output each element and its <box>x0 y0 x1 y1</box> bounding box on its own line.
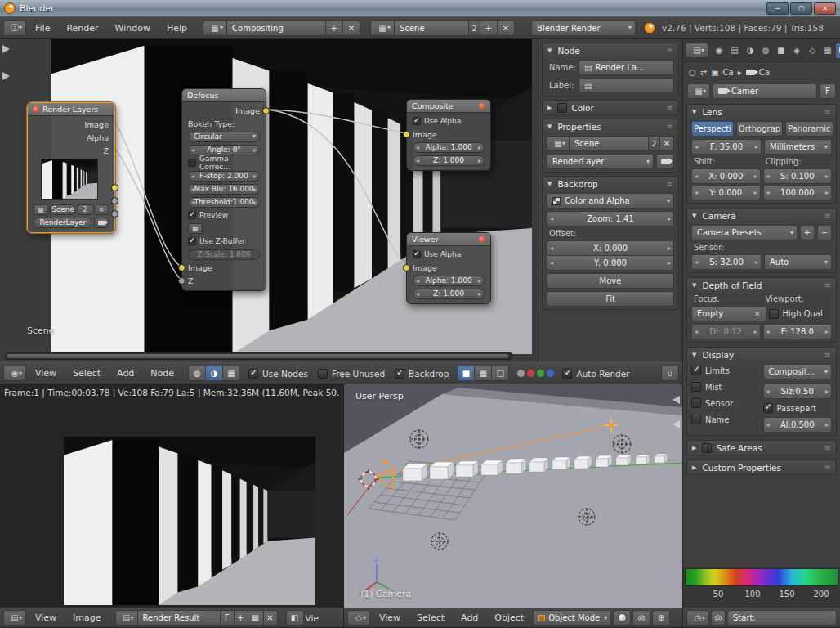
tab-modifiers[interactable]: ◇ <box>805 43 820 58</box>
backdrop-checkbox[interactable]: Backdrop <box>395 369 449 379</box>
tree-type-compositing-button[interactable]: ◑ <box>205 366 223 381</box>
menu-select[interactable]: Select <box>409 608 452 627</box>
clip-start-field[interactable]: S: 0.100 <box>763 168 833 184</box>
zscale-field[interactable]: Z-Scale: 1.000 <box>188 249 260 260</box>
backdrop-zoom-field[interactable]: Zoom: 1.41 <box>547 211 674 227</box>
use-nodes-checkbox[interactable]: Use Nodes <box>248 369 308 379</box>
node-composite[interactable]: Composite Use Alpha Image Alpha: 1.000 Z… <box>406 99 491 171</box>
viewport-3d[interactable]: z y x User Persp (1) Camera ◇ View Selec… <box>343 384 682 628</box>
use-alpha-checkbox[interactable]: Use Alpha <box>413 117 461 125</box>
z-field[interactable]: Z: 1.000 <box>413 289 485 299</box>
menu-help[interactable]: Help <box>159 17 194 38</box>
add-preset-button[interactable]: + <box>800 225 815 240</box>
backdrop-channel-color-alpha-button[interactable]: ▦ <box>474 366 492 381</box>
fstop-field[interactable]: F-stop: 2.000 <box>188 171 260 182</box>
backdrop-offset-x[interactable]: X: 0.000 <box>547 240 674 256</box>
node-header[interactable]: Render Layers <box>28 103 114 116</box>
name-checkbox[interactable]: Name <box>691 415 761 424</box>
menu-render[interactable]: Render <box>59 17 105 38</box>
use-alpha-checkbox[interactable]: Use Alpha <box>413 250 461 258</box>
focal-length-field[interactable]: F: 35.00 <box>691 139 762 155</box>
scene-browse-button[interactable]: ▦ <box>547 136 570 151</box>
editor-type-node-button[interactable]: ◉ <box>3 366 26 381</box>
editor-type-image-button[interactable]: ▤ <box>3 610 26 626</box>
tab-object[interactable]: ■ <box>774 43 789 58</box>
panel-safe-areas-header[interactable]: Safe Areas <box>687 441 836 455</box>
breadcrumb-object[interactable]: Ca <box>723 68 734 77</box>
backdrop-channels-dropdown[interactable]: Color and Alpha <box>547 193 674 209</box>
green-channel-icon[interactable] <box>537 370 544 377</box>
menu-select[interactable]: Select <box>65 363 108 384</box>
threshold-field[interactable]: Threshold:1.000 <box>188 197 260 208</box>
backdrop-channel-color-button[interactable]: ■ <box>457 366 475 381</box>
alpha-field[interactable]: Alpha: 1.000 <box>413 276 485 286</box>
tab-scene[interactable]: ◑ <box>743 43 757 58</box>
mode-dropdown[interactable]: Object Mode <box>533 610 611 626</box>
image-browse-button[interactable]: ▤ <box>115 610 138 626</box>
alpha-field[interactable]: Alpha: 1.000 <box>413 142 485 153</box>
limits-checkbox[interactable]: Limits <box>691 366 761 375</box>
horizontal-scrollbar[interactable] <box>5 352 513 360</box>
gamma-correct-checkbox[interactable]: Gamma Correc... <box>188 155 260 171</box>
node-header[interactable]: Composite <box>407 100 490 113</box>
unlink-image-button[interactable]: ✕ <box>263 610 278 626</box>
preview-checkbox[interactable]: Preview <box>188 211 228 219</box>
node-header[interactable]: Defocus <box>182 89 266 102</box>
scene-field[interactable]: Scene <box>569 136 649 151</box>
scene-browse-button[interactable]: ▦ <box>370 20 395 36</box>
node-viewer[interactable]: Viewer Use Alpha Image Alpha: 1.000 Z: 1… <box>406 232 491 304</box>
tab-render[interactable]: ◉ <box>712 43 726 58</box>
z-field[interactable]: Z: 1.000 <box>413 155 485 166</box>
menu-view[interactable]: View <box>28 363 64 384</box>
add-scene-button[interactable]: + <box>480 20 498 36</box>
add-screen-button[interactable]: + <box>325 20 343 36</box>
viewport-shading-button[interactable] <box>613 610 631 626</box>
menu-view[interactable]: View <box>372 608 408 627</box>
menu-add[interactable]: Add <box>109 363 141 384</box>
sensor-fit-dropdown[interactable]: Auto <box>764 254 832 270</box>
socket-image-output[interactable] <box>111 184 118 191</box>
node-editor-canvas[interactable]: Render Layers Image Alpha Z ▦ Scene 2 ✕ … <box>0 39 538 362</box>
editor-type-info-button[interactable]: ⓘ <box>3 20 26 36</box>
unlink-button[interactable]: ✕ <box>659 136 674 151</box>
scene-users-badge[interactable]: 2 <box>78 204 92 215</box>
menu-object[interactable]: Object <box>487 608 531 627</box>
composition-guides-dropdown[interactable]: Composit... <box>763 364 833 379</box>
fake-user-button[interactable]: F <box>220 610 235 626</box>
tab-world[interactable]: ◍ <box>758 43 773 58</box>
panel-camera-header[interactable]: Camera <box>687 209 836 222</box>
gray-channel-icon[interactable] <box>517 370 525 377</box>
backdrop-fit-button[interactable]: Fit <box>547 291 674 307</box>
mist-checkbox[interactable]: Mist <box>691 382 761 392</box>
camera-presets-dropdown[interactable]: Camera Presets <box>691 225 798 240</box>
max-blur-field[interactable]: Max Blu: 16.000 <box>188 184 260 195</box>
panel-backdrop-header[interactable]: Backdrop <box>543 177 678 191</box>
panel-dof-header[interactable]: Depth of Field <box>687 278 836 292</box>
bokeh-type-dropdown[interactable]: Circular <box>188 132 260 142</box>
render-engine-dropdown[interactable]: Blender Render <box>531 20 636 36</box>
tree-type-shader-button[interactable]: ◍ <box>188 366 206 381</box>
tab-render-layers[interactable]: ▤ <box>727 43 742 58</box>
sensor-checkbox[interactable]: Sensor <box>691 398 761 408</box>
draw-size-field[interactable]: Siz:0.50 <box>763 384 833 399</box>
angle-field[interactable]: Angle: 0° <box>188 145 260 155</box>
delete-scene-button[interactable]: ✕ <box>497 20 515 36</box>
breadcrumb-data[interactable]: Ca <box>759 68 770 77</box>
scrollbar-handle[interactable] <box>7 354 508 358</box>
clear-object-icon[interactable]: ✕ <box>754 310 761 318</box>
node-name-field[interactable]: ▤Render La... <box>579 60 674 75</box>
socket-z-output[interactable] <box>111 210 118 218</box>
screen-layout-field[interactable]: Compositing <box>226 20 326 36</box>
safe-areas-checkbox[interactable] <box>702 443 712 453</box>
fake-user-button[interactable]: F <box>820 83 836 99</box>
shift-x-field[interactable]: X: 0.000 <box>691 168 761 184</box>
pin-icon[interactable]: ○ <box>689 68 696 77</box>
render-layer-button[interactable] <box>94 218 109 228</box>
use-zbuffer-checkbox[interactable]: Use Z-Buffer <box>188 237 245 245</box>
pivot-button[interactable]: ◎ <box>711 610 726 626</box>
node-render-layers[interactable]: Render Layers Image Alpha Z ▦ Scene 2 ✕ … <box>27 102 115 233</box>
clip-end-field[interactable]: 100.000 <box>763 185 833 200</box>
node-header[interactable]: Viewer <box>407 233 490 246</box>
socket-image-input[interactable] <box>403 131 410 138</box>
passepartout-alpha-field[interactable]: Al:0.500 <box>763 417 833 433</box>
